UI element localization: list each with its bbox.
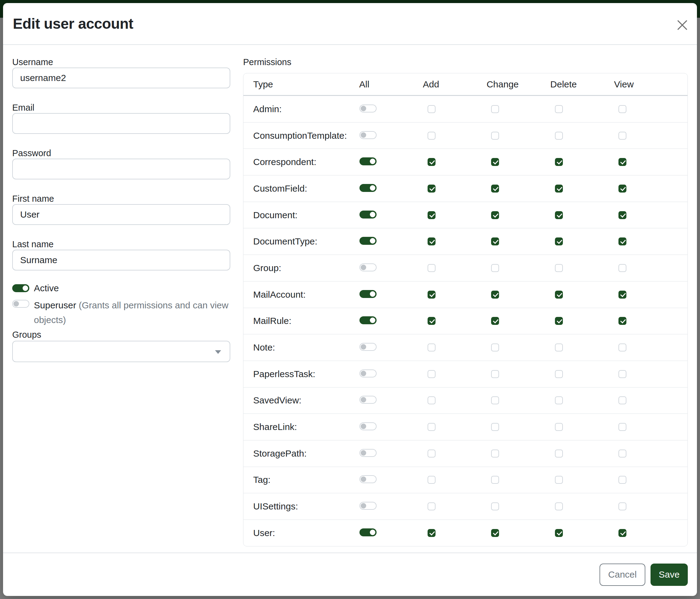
permission-view-checkbox[interactable] (619, 423, 626, 431)
permission-add-checkbox[interactable] (428, 158, 435, 166)
col-header-change: Change (482, 79, 546, 90)
permission-add-checkbox[interactable] (428, 423, 435, 431)
permission-add-checkbox[interactable] (428, 132, 435, 140)
permission-all-toggle[interactable] (359, 528, 377, 536)
permission-all-toggle[interactable] (359, 184, 377, 192)
permission-view-checkbox[interactable] (619, 264, 626, 272)
permission-all-toggle[interactable] (359, 290, 377, 298)
cancel-button[interactable]: Cancel (600, 564, 645, 586)
permission-delete-checkbox[interactable] (555, 450, 563, 457)
permission-delete-checkbox[interactable] (555, 397, 563, 404)
permission-view-checkbox[interactable] (619, 397, 626, 404)
permission-view-checkbox[interactable] (619, 450, 626, 457)
permission-change-checkbox[interactable] (491, 317, 499, 325)
permission-change-checkbox[interactable] (491, 423, 499, 431)
permission-view-checkbox[interactable] (619, 476, 626, 484)
permission-delete-checkbox[interactable] (555, 502, 563, 510)
permission-view-checkbox[interactable] (619, 291, 626, 298)
modal-body: Username Email Password First name Last … (3, 45, 697, 553)
permission-add-checkbox[interactable] (428, 502, 435, 510)
password-input[interactable] (12, 159, 230, 179)
username-input[interactable] (12, 68, 230, 88)
permission-all-toggle[interactable] (359, 131, 377, 139)
permission-add-checkbox[interactable] (428, 237, 435, 245)
permission-add-checkbox[interactable] (428, 211, 435, 219)
permission-view-checkbox[interactable] (619, 237, 626, 245)
permission-delete-checkbox[interactable] (555, 132, 563, 140)
permission-delete-checkbox[interactable] (555, 291, 563, 298)
permission-change-checkbox[interactable] (491, 450, 499, 457)
permission-add-checkbox[interactable] (428, 317, 435, 325)
permission-add-checkbox[interactable] (428, 529, 435, 537)
email-input[interactable] (12, 113, 230, 134)
first-name-input[interactable] (12, 204, 230, 225)
permission-all-toggle[interactable] (359, 396, 377, 404)
active-toggle[interactable] (12, 284, 29, 292)
permission-view-checkbox[interactable] (619, 185, 626, 193)
permission-change-checkbox[interactable] (491, 502, 499, 510)
permission-view-checkbox[interactable] (619, 211, 626, 219)
permission-delete-checkbox[interactable] (555, 529, 563, 537)
permission-add-checkbox[interactable] (428, 370, 435, 378)
permission-change-checkbox[interactable] (491, 132, 499, 140)
permission-all-toggle[interactable] (359, 343, 377, 351)
permission-all-toggle[interactable] (359, 422, 377, 430)
permission-add-checkbox[interactable] (428, 343, 435, 352)
permission-all-toggle[interactable] (359, 211, 377, 218)
permission-delete-checkbox[interactable] (555, 158, 563, 166)
permission-all-toggle[interactable] (359, 158, 377, 165)
permission-delete-checkbox[interactable] (555, 476, 563, 484)
permission-view-checkbox[interactable] (619, 343, 626, 352)
permission-all-toggle[interactable] (359, 104, 377, 113)
permission-view-checkbox[interactable] (619, 105, 626, 113)
permission-all-toggle[interactable] (359, 369, 377, 378)
permission-delete-checkbox[interactable] (555, 237, 563, 245)
permission-change-checkbox[interactable] (491, 264, 499, 272)
permission-add-checkbox[interactable] (428, 291, 435, 298)
permission-change-checkbox[interactable] (491, 158, 499, 166)
permission-change-checkbox[interactable] (491, 370, 499, 378)
permission-delete-checkbox[interactable] (555, 211, 563, 219)
permission-view-checkbox[interactable] (619, 158, 626, 166)
permission-change-checkbox[interactable] (491, 476, 499, 484)
permission-add-checkbox[interactable] (428, 397, 435, 404)
permission-all-toggle[interactable] (359, 502, 377, 510)
last-name-input[interactable] (12, 250, 230, 270)
permission-view-checkbox[interactable] (619, 317, 626, 325)
permission-delete-checkbox[interactable] (555, 264, 563, 272)
permission-change-checkbox[interactable] (491, 343, 499, 352)
permission-all-toggle[interactable] (359, 316, 377, 324)
permission-change-checkbox[interactable] (491, 397, 499, 404)
permission-view-checkbox[interactable] (619, 132, 626, 140)
permission-all-toggle[interactable] (359, 449, 377, 457)
permission-all-toggle[interactable] (359, 263, 377, 271)
permission-type-label: CustomField: (243, 183, 355, 194)
permission-delete-checkbox[interactable] (555, 370, 563, 378)
permission-delete-checkbox[interactable] (555, 343, 563, 352)
permission-all-toggle[interactable] (359, 237, 377, 245)
permission-change-checkbox[interactable] (491, 237, 499, 245)
permission-change-checkbox[interactable] (491, 211, 499, 219)
permission-row: UISettings: (243, 493, 688, 520)
permission-add-checkbox[interactable] (428, 185, 435, 193)
permission-delete-checkbox[interactable] (555, 105, 563, 113)
superuser-toggle[interactable] (12, 300, 29, 308)
permission-view-checkbox[interactable] (619, 529, 626, 537)
permission-delete-checkbox[interactable] (555, 185, 563, 193)
permission-add-checkbox[interactable] (428, 264, 435, 272)
permission-delete-checkbox[interactable] (555, 317, 563, 325)
permission-add-checkbox[interactable] (428, 105, 435, 113)
permission-add-checkbox[interactable] (428, 450, 435, 457)
permission-all-toggle[interactable] (359, 475, 377, 483)
groups-select[interactable] (12, 341, 230, 362)
save-button[interactable]: Save (651, 564, 688, 586)
permission-delete-checkbox[interactable] (555, 423, 563, 431)
permission-view-checkbox[interactable] (619, 370, 626, 378)
permission-change-checkbox[interactable] (491, 291, 499, 298)
permission-view-checkbox[interactable] (619, 502, 626, 510)
permission-change-checkbox[interactable] (491, 185, 499, 193)
permission-change-checkbox[interactable] (491, 105, 499, 113)
permission-add-checkbox[interactable] (428, 476, 435, 484)
close-icon[interactable] (676, 19, 689, 31)
permission-change-checkbox[interactable] (491, 529, 499, 537)
